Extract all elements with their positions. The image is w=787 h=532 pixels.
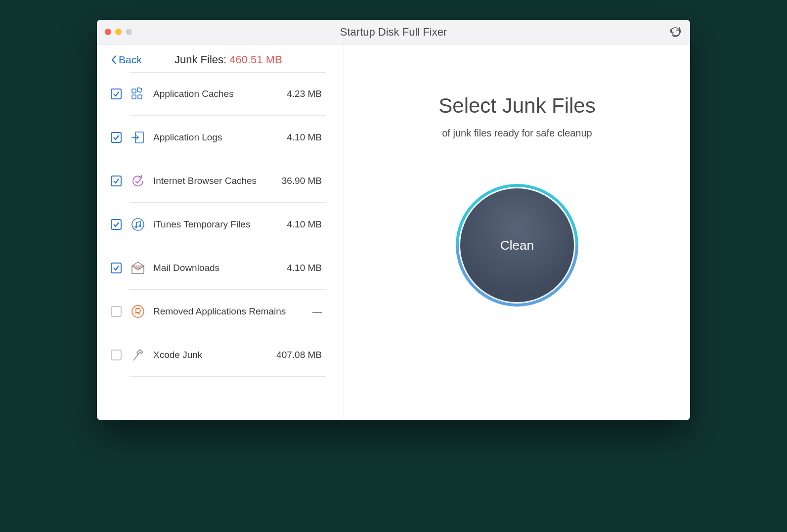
- category-checkbox[interactable]: [111, 132, 122, 143]
- category-name: Internet Browser Caches: [153, 176, 275, 186]
- category-name: Removed Applications Remains: [153, 306, 306, 317]
- category-size: 4.10 MB: [287, 132, 326, 143]
- svg-rect-3: [138, 95, 142, 99]
- category-size: 407.08 MB: [276, 350, 326, 360]
- zoom-window-icon[interactable]: [126, 29, 132, 35]
- junk-summary: Junk Files: 460.51 MB: [142, 53, 330, 66]
- category-name: Mail Downloads: [153, 263, 280, 273]
- window-title-prefix: Startup Disk Full: [340, 26, 420, 38]
- svg-point-7: [135, 226, 137, 228]
- refresh-check-icon: [130, 173, 146, 189]
- category-content: Application Caches4.23 MB: [130, 72, 326, 116]
- main-subtitle: of junk files ready for safe cleanup: [442, 128, 592, 139]
- category-row[interactable]: Application Caches4.23 MB: [97, 72, 340, 116]
- svg-rect-0: [132, 89, 136, 93]
- category-content: Mail Downloads4.10 MB: [130, 246, 326, 290]
- title-bar: Startup Disk Full Fixer: [97, 20, 690, 44]
- close-window-icon[interactable]: [105, 29, 111, 35]
- category-name: Application Caches: [153, 89, 280, 99]
- category-row[interactable]: iTunes Temporary Files4.10 MB: [97, 203, 340, 246]
- grid-icon: [130, 86, 146, 102]
- clean-button[interactable]: Clean: [460, 188, 574, 302]
- category-content: iTunes Temporary Files4.10 MB: [130, 203, 326, 246]
- window-title-strong: Fixer: [423, 26, 447, 38]
- main-panel: Select Junk Files of junk files ready fo…: [344, 44, 690, 420]
- category-row[interactable]: Mail Downloads4.10 MB: [97, 246, 340, 290]
- app-window: Startup Disk Full Fixer Back: [97, 20, 690, 420]
- category-name: Application Logs: [153, 132, 280, 143]
- category-size: 4.10 MB: [287, 263, 326, 273]
- removed-icon: [130, 303, 146, 320]
- svg-point-8: [139, 225, 141, 227]
- category-row[interactable]: Xcode Junk407.08 MB: [97, 333, 340, 377]
- junk-summary-amount: 460.51 MB: [229, 53, 282, 66]
- main-title: Select Junk Files: [438, 94, 595, 118]
- category-checkbox[interactable]: [111, 176, 122, 186]
- sidebar-header: Back Junk Files: 460.51 MB: [97, 53, 344, 72]
- svg-point-11: [132, 306, 144, 317]
- category-row[interactable]: Application Logs4.10 MB: [97, 116, 340, 159]
- category-row[interactable]: Internet Browser Caches36.90 MB: [97, 159, 340, 203]
- category-content: Removed Applications Remains—: [130, 290, 326, 333]
- clean-button-wrap: Clean: [460, 188, 574, 302]
- category-row[interactable]: Removed Applications Remains—: [97, 290, 340, 333]
- mail-icon: [130, 260, 146, 276]
- category-size: 4.10 MB: [287, 219, 326, 230]
- music-icon: [130, 216, 146, 233]
- category-checkbox[interactable]: [111, 219, 122, 230]
- check-icon: [113, 90, 120, 97]
- category-content: Xcode Junk407.08 MB: [130, 333, 326, 377]
- window-title: Startup Disk Full Fixer: [340, 26, 447, 39]
- refresh-icon: [669, 26, 681, 38]
- back-label: Back: [119, 54, 142, 66]
- category-checkbox[interactable]: [111, 89, 122, 99]
- junk-summary-label: Junk Files:: [175, 53, 226, 66]
- category-name: iTunes Temporary Files: [153, 219, 280, 230]
- traffic-lights: [105, 29, 132, 35]
- category-size: 36.90 MB: [282, 176, 326, 186]
- category-checkbox[interactable]: [111, 306, 122, 317]
- category-size: —: [312, 306, 326, 317]
- category-checkbox[interactable]: [111, 350, 122, 360]
- category-checkbox[interactable]: [111, 263, 122, 273]
- minimize-window-icon[interactable]: [115, 29, 122, 35]
- content-area: Back Junk Files: 460.51 MB Application C…: [97, 44, 690, 420]
- back-button[interactable]: Back: [111, 54, 142, 66]
- category-list: Application Caches4.23 MBApplication Log…: [97, 72, 344, 377]
- refresh-button[interactable]: [668, 25, 682, 39]
- check-icon: [113, 265, 120, 271]
- hammer-icon: [130, 347, 146, 363]
- svg-point-6: [132, 219, 144, 230]
- svg-rect-2: [132, 95, 136, 99]
- clean-label: Clean: [500, 238, 534, 253]
- category-content: Application Logs4.10 MB: [130, 116, 326, 159]
- svg-rect-1: [137, 88, 141, 92]
- category-name: Xcode Junk: [153, 350, 269, 360]
- check-icon: [113, 177, 120, 184]
- category-size: 4.23 MB: [287, 89, 326, 99]
- log-icon: [130, 129, 146, 146]
- check-icon: [113, 134, 120, 141]
- check-icon: [113, 221, 120, 228]
- category-content: Internet Browser Caches36.90 MB: [130, 159, 326, 203]
- chevron-left-icon: [111, 54, 118, 65]
- sidebar: Back Junk Files: 460.51 MB Application C…: [97, 44, 344, 420]
